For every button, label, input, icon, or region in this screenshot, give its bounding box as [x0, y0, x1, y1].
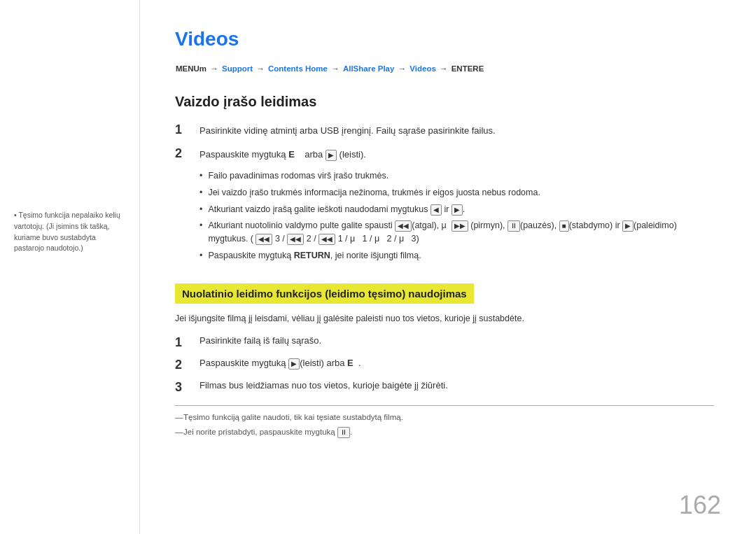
bullet-item-5: Paspauskite mygtuką RETURN, jei norite i… [200, 249, 714, 262]
page-number: 162 [679, 491, 721, 520]
rew1: ◀◀ [318, 234, 335, 245]
section2-step2-text: Paspauskite mygtuką ▶(leisti) arba E . [200, 358, 361, 370]
pause-btn: ⏸ [507, 220, 520, 232]
breadcrumb-support: Support [222, 64, 253, 73]
breadcrumb-videos: Videos [410, 64, 436, 73]
section2-step3-text: Filmas bus leidžiamas nuo tos vietos, ku… [200, 380, 448, 391]
highlight-description: Jei išjungsite filmą jį leisdami, vėliau… [175, 312, 714, 325]
highlight-title: Nuolatinio leidimo funkcijos (leidimo tę… [175, 283, 474, 304]
bullet-text-3: Atkuriant vaizdo įrašą galite ieškoti na… [208, 203, 465, 216]
breadcrumb-allshare: AllShare Play [343, 64, 395, 73]
sidebar-note: Tęsimo funkcija nepalaiko kelių vartotoj… [14, 210, 125, 254]
forward-btn: ▶▶ [451, 220, 468, 232]
bullet-text-2: Jei vaizdo įrašo trukmės informacija než… [208, 186, 540, 199]
bullet-item-1: Failo pavadinimas rodomas virš įrašo tru… [200, 169, 714, 183]
breadcrumb-arrow1: → [210, 64, 218, 73]
bullet-item-3: Atkuriant vaizdo įrašą galite ieškoti na… [200, 203, 714, 216]
step1-number: 1 [175, 122, 196, 138]
breadcrumb-contents-home: Contents Home [268, 64, 328, 73]
step1-item: 1 Pasirinkite vidinę atmintį arba USB įr… [175, 122, 714, 138]
step2-item: 2 Paspauskite mygtuką E arba ▶ (leisti). [175, 146, 714, 162]
bullet-text-1: Failo pavadinimas rodomas virš įrašo tru… [208, 169, 388, 183]
rew3: ◀◀ [255, 234, 272, 245]
rew2: ◀◀ [287, 234, 304, 245]
step1-text: Pasirinkite vidinę atmintį arba USB įren… [200, 122, 496, 138]
main-content: Videos MENUm → Support → Contents Home →… [140, 0, 756, 534]
rewind-btn: ◀◀ [395, 220, 412, 232]
footnote-section: Tęsimo funkciją galite naudoti, tik kai … [175, 405, 714, 439]
play-btn2: ▶ [622, 220, 634, 232]
section2-step2: 2 Paspauskite mygtuką ▶(leisti) arba E . [175, 358, 714, 373]
section2-step1-text: Pasirinkite failą iš failų sąrašo. [200, 335, 321, 346]
breadcrumb-entere: ENTERE [451, 64, 484, 73]
highlight-title-wrapper: Nuolatinio leidimo funkcijos (leidimo tę… [175, 269, 714, 312]
bullet-text-5: Paspauskite mygtuką RETURN, jei norite i… [208, 249, 421, 262]
forward-icon: ▶ [451, 204, 463, 216]
page-title: Videos [175, 28, 714, 50]
bullet-text-4: Atkuriant nuotolinio valdymo pulte galit… [208, 219, 714, 246]
pause-icon-fn: ⏸ [337, 427, 350, 438]
footnote-1: Tęsimo funkciją galite naudoti, tik kai … [175, 412, 714, 423]
section2-step3: 3 Filmas bus leidžiamas nuo tos vietos, … [175, 380, 714, 395]
section2-step2-num: 2 [175, 358, 196, 373]
step2-number: 2 [175, 146, 196, 162]
breadcrumb-arrow5: → [440, 64, 448, 73]
bullet-item-2: Jei vaizdo įrašo trukmės informacija než… [200, 186, 714, 199]
breadcrumb-arrow2: → [256, 64, 265, 73]
rewind-icon: ◀ [430, 204, 442, 216]
breadcrumb: MENUm → Support → Contents Home → AllSha… [175, 64, 714, 73]
section2-step1: 1 Pasirinkite failą iš failų sąrašo. [175, 335, 714, 351]
step2-text: Paspauskite mygtuką E arba ▶ (leisti). [200, 146, 366, 162]
sidebar: Tęsimo funkcija nepalaiko kelių vartotoj… [0, 0, 140, 534]
bullet-item-4: Atkuriant nuotolinio valdymo pulte galit… [200, 219, 714, 246]
section2-step3-num: 3 [175, 380, 196, 395]
breadcrumb-arrow3: → [331, 64, 340, 73]
play-icon-s2: ▶ [288, 358, 300, 370]
page-container: Tęsimo funkcija nepalaiko kelių vartotoj… [0, 0, 756, 534]
section1-title: Vaizdo įrašo leidimas [175, 94, 714, 110]
bullet-list: Failo pavadinimas rodomas virš įrašo tru… [200, 169, 714, 262]
breadcrumb-arrow4: → [398, 64, 407, 73]
stop-btn: ■ [559, 220, 569, 232]
breadcrumb-menu: MENUm [176, 64, 206, 73]
play-button-icon: ▶ [326, 150, 337, 161]
footnote-2: Jei norite pristabdyti, paspauskite mygt… [175, 426, 714, 438]
section2-step1-num: 1 [175, 335, 196, 351]
